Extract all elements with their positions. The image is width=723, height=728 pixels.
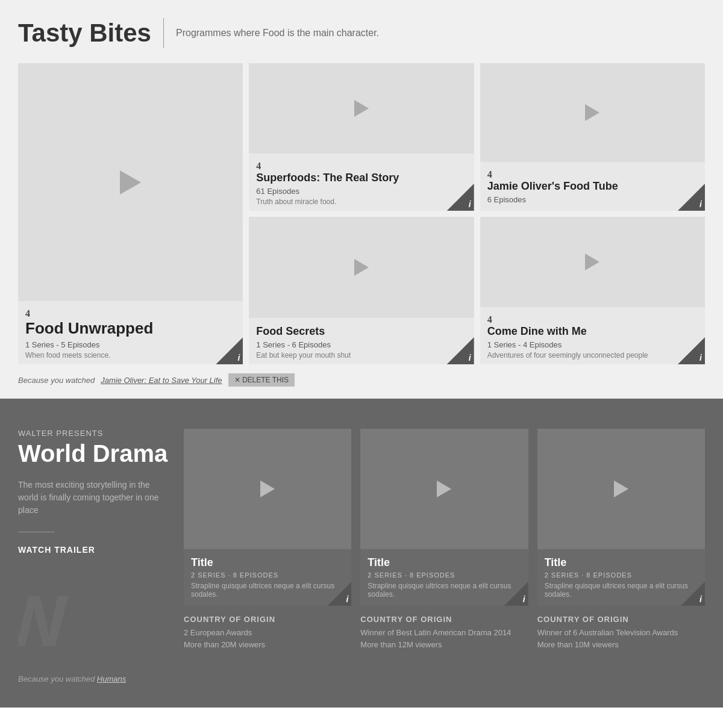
channel4-logo: 4 — [25, 308, 30, 319]
card-description-secrets: Eat but keep your mouth shut — [256, 351, 466, 359]
drama-card-info-3: Title 2 SERIES · 8 EPISODES Strapline qu… — [537, 549, 705, 606]
drama-divider — [18, 532, 54, 532]
header-divider — [163, 18, 164, 48]
section-header: Tasty Bites Programmes where Food is the… — [18, 18, 705, 48]
drama-country-label-1: COUNTRY OF ORIGIN — [184, 615, 351, 624]
drama-card-episodes-3: 2 SERIES · 8 EPISODES — [545, 571, 698, 579]
drama-info-icon-2: i — [523, 595, 525, 603]
card-info-large: 4 Food Unwrapped 1 Series - 5 Episodes W… — [18, 301, 243, 364]
card-title-superfoods: Superfoods: The Real Story — [256, 172, 466, 184]
drama-country-detail-1: 2 European AwardsMore than 20M viewers — [184, 627, 351, 650]
drama-card-info-2: Title 2 SERIES · 8 EPISODES Strapline qu… — [360, 549, 528, 606]
drama-card-title-2: Title — [368, 556, 521, 569]
because-bar-drama: Because you watched Humans — [18, 674, 705, 683]
drama-card-2[interactable]: Title 2 SERIES · 8 EPISODES Strapline qu… — [360, 429, 528, 606]
drama-because-link[interactable]: Humans — [97, 674, 126, 683]
card-episodes-superfoods: 61 Episodes — [256, 187, 466, 196]
card-thumbnail-superfoods — [249, 63, 474, 154]
card-thumbnail-dine — [480, 217, 705, 307]
channel4-logo-dine: 4 — [487, 314, 492, 325]
drama-card-title-3: Title — [545, 556, 698, 569]
drama-country-detail-3: Winner of 6 Australian Television Awards… — [537, 627, 705, 650]
watch-trailer-link[interactable]: WATCH TRAILER — [18, 545, 95, 555]
drama-country-detail-2: Winner of Best Latin American Drama 2014… — [360, 627, 528, 650]
card-title-large: Food Unwrapped — [25, 319, 236, 338]
drama-col-1: Title 2 SERIES · 8 EPISODES Strapline qu… — [184, 429, 351, 650]
drama-card-desc-1: Strapline quisque ultrices neque a elit … — [191, 582, 344, 599]
channel4-logo-jamie: 4 — [487, 169, 492, 179]
drama-because-text: Because you watched — [18, 674, 95, 683]
card-info-jamie: 4 Jamie Oliver's Food Tube 6 Episodes i — [480, 162, 705, 211]
info-icon-dine: i — [700, 353, 702, 362]
world-drama-section: WALTER PRESENTS World Drama The most exc… — [0, 399, 723, 708]
section-subtitle: Programmes where Food is the main charac… — [176, 28, 379, 39]
drama-title: World Drama — [18, 440, 169, 467]
drama-info-icon-1: i — [346, 595, 348, 603]
card-thumbnail-secrets — [249, 217, 474, 318]
drama-card-episodes-1: 2 SERIES · 8 EPISODES — [191, 571, 344, 579]
cards-grid: 4 Food Unwrapped 1 Series - 5 Episodes W… — [18, 63, 705, 364]
card-come-dine[interactable]: 4 Come Dine with Me 1 Series - 4 Episode… — [480, 217, 705, 364]
info-icon: i — [237, 353, 240, 362]
info-icon-jamie: i — [700, 200, 702, 208]
drama-country-1: COUNTRY OF ORIGIN 2 European AwardsMore … — [184, 606, 351, 650]
drama-card-episodes-2: 2 SERIES · 8 EPISODES — [368, 571, 521, 579]
card-superfoods[interactable]: 4 Superfoods: The Real Story 61 Episodes… — [249, 63, 474, 211]
card-description-large: When food meets science. — [25, 351, 236, 359]
card-title-jamie: Jamie Oliver's Food Tube — [487, 180, 698, 193]
because-text: Because you watched — [18, 376, 95, 385]
because-bar-tasty: Because you watched Jamie Oliver: Eat to… — [18, 373, 705, 387]
drama-card-info-1: Title 2 SERIES · 8 EPISODES Strapline qu… — [184, 549, 351, 606]
drama-label: WALTER PRESENTS — [18, 429, 169, 438]
play-icon-jamie — [585, 104, 599, 121]
play-icon-small — [354, 100, 369, 117]
card-thumbnail-jamie — [480, 63, 705, 162]
drama-card-title-1: Title — [191, 556, 344, 569]
play-icon-drama-3 — [614, 481, 628, 497]
drama-intro: WALTER PRESENTS World Drama The most exc… — [18, 429, 175, 650]
drama-country-label-2: COUNTRY OF ORIGIN — [360, 615, 528, 624]
drama-watermark: W — [18, 579, 68, 650]
drama-thumbnail-1 — [184, 429, 351, 549]
card-title-dine: Come Dine with Me — [487, 325, 698, 338]
channel4-logo-superfoods: 4 — [256, 161, 261, 171]
tasty-bites-section: Tasty Bites Programmes where Food is the… — [0, 0, 723, 399]
card-episodes-large: 1 Series - 5 Episodes — [25, 340, 236, 349]
section-title: Tasty Bites — [18, 19, 151, 48]
card-episodes-dine: 1 Series - 4 Episodes — [487, 340, 698, 349]
drama-country-2: COUNTRY OF ORIGIN Winner of Best Latin A… — [360, 606, 528, 650]
card-episodes-secrets: 1 Series - 6 Episodes — [256, 340, 466, 349]
play-icon-secrets — [354, 259, 369, 276]
card-jamie-oliver[interactable]: 4 Jamie Oliver's Food Tube 6 Episodes i — [480, 63, 705, 211]
card-description-dine: Adventures of four seemingly unconnected… — [487, 351, 698, 359]
play-icon-drama-2 — [437, 481, 451, 497]
info-icon-secrets: i — [469, 353, 471, 362]
drama-country-3: COUNTRY OF ORIGIN Winner of 6 Australian… — [537, 606, 705, 650]
card-thumbnail-large — [18, 63, 243, 301]
card-food-secrets[interactable]: Food Secrets 1 Series - 6 Episodes Eat b… — [249, 217, 474, 364]
because-link[interactable]: Jamie Oliver: Eat to Save Your Life — [101, 376, 222, 385]
drama-info-icon-3: i — [700, 595, 702, 603]
drama-thumbnail-2 — [360, 429, 528, 549]
delete-button[interactable]: ✕ DELETE THIS — [228, 373, 295, 387]
drama-description: The most exciting storytelling in the wo… — [18, 479, 169, 517]
card-info-dine: 4 Come Dine with Me 1 Series - 4 Episode… — [480, 307, 705, 364]
drama-card-1[interactable]: Title 2 SERIES · 8 EPISODES Strapline qu… — [184, 429, 351, 606]
card-episodes-jamie: 6 Episodes — [487, 195, 698, 204]
play-icon — [120, 170, 141, 194]
drama-col-2: Title 2 SERIES · 8 EPISODES Strapline qu… — [360, 429, 528, 650]
info-icon-superfoods: i — [469, 200, 471, 208]
play-icon-drama-1 — [260, 481, 275, 497]
drama-col-3: Title 2 SERIES · 8 EPISODES Strapline qu… — [537, 429, 705, 650]
card-title-secrets: Food Secrets — [256, 325, 466, 338]
card-food-unwrapped[interactable]: 4 Food Unwrapped 1 Series - 5 Episodes W… — [18, 63, 243, 364]
play-icon-dine — [585, 254, 599, 270]
drama-country-label-3: COUNTRY OF ORIGIN — [537, 615, 705, 624]
card-info-superfoods: 4 Superfoods: The Real Story 61 Episodes… — [249, 154, 474, 211]
drama-card-desc-3: Strapline quisque ultrices neque a elit … — [545, 582, 698, 599]
card-info-secrets: Food Secrets 1 Series - 6 Episodes Eat b… — [249, 318, 474, 364]
drama-thumbnail-3 — [537, 429, 705, 549]
drama-layout: WALTER PRESENTS World Drama The most exc… — [18, 429, 705, 683]
drama-card-3[interactable]: Title 2 SERIES · 8 EPISODES Strapline qu… — [537, 429, 705, 606]
card-description-superfoods: Truth about miracle food. — [256, 198, 466, 206]
